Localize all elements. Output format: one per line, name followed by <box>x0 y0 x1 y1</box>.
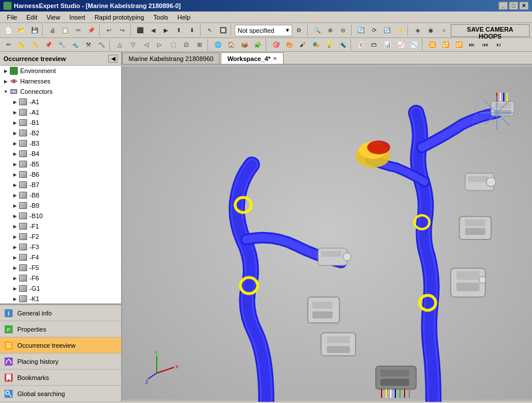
tree-node-connectors[interactable]: ▼ Connectors <box>0 86 121 97</box>
menu-edit[interactable]: Edit <box>22 13 42 22</box>
tree-node-F3[interactable]: ▶ -F3 <box>0 242 121 252</box>
new-button[interactable]: 📄 <box>2 24 14 37</box>
menu-view[interactable]: View <box>42 13 65 22</box>
viewport[interactable]: X Y Z <box>122 64 532 402</box>
tb-btn-8[interactable]: ⬆ <box>173 24 185 37</box>
tab-marine[interactable]: Marine Kabelstrang 21808960 <box>122 52 220 64</box>
tree-node-B10[interactable]: ▶ -B10 <box>0 211 121 221</box>
t2-btn-30[interactable]: 📉 <box>408 39 420 51</box>
tree-node-A1[interactable]: ▶ -A1 <box>0 107 121 117</box>
tb-btn-21[interactable]: ⟐ <box>437 24 450 37</box>
tree-node-B8[interactable]: ▶ -B8 <box>0 190 121 200</box>
tree-node-F5[interactable]: ▶ -F5 <box>0 263 121 273</box>
tb-btn-19[interactable]: ◈ <box>412 24 424 37</box>
tb-btn-9[interactable]: ⬇ <box>186 24 198 37</box>
t2-btn-21[interactable]: 🎨 <box>283 39 296 51</box>
t2-btn-19[interactable]: 🧩 <box>251 39 264 51</box>
panel-global-searching[interactable]: Global searching <box>0 386 121 402</box>
menu-rapid-proto[interactable]: Rapid prototyping <box>90 13 149 22</box>
t2-btn-22[interactable]: 🖌 <box>296 39 309 51</box>
select-button[interactable]: ↖ <box>204 24 216 37</box>
treeview-collapse-button[interactable]: ◀ <box>108 55 118 63</box>
menu-tools[interactable]: Tools <box>149 13 173 22</box>
tab-close-icon[interactable]: ✕ <box>273 56 277 62</box>
t2-btn-12[interactable]: ▷ <box>153 39 166 51</box>
tb-btn-6[interactable]: ◀ <box>147 24 159 37</box>
t2-btn-32[interactable]: 🔁 <box>439 39 452 51</box>
tree-node-A1[interactable]: ▶ -A1 <box>0 97 121 107</box>
tree-node-F4[interactable]: ▶ -F4 <box>0 252 121 263</box>
tree-node-B1[interactable]: ▶ -B1 <box>0 117 121 128</box>
t2-btn-1[interactable]: ✏ <box>2 39 15 51</box>
panel-properties[interactable]: P Properties <box>0 321 121 337</box>
t2-btn-15[interactable]: ⊞ <box>193 39 206 51</box>
close-button[interactable]: ✕ <box>519 2 529 10</box>
tree-node-B7[interactable]: ▶ -B7 <box>0 180 121 190</box>
t2-btn-10[interactable]: ▽ <box>127 39 139 51</box>
tree-node-F2[interactable]: ▶ -F2 <box>0 231 121 242</box>
tb-btn-3[interactable]: ✂ <box>72 24 84 37</box>
tree-node-G1[interactable]: ▶ -G1 <box>0 283 121 294</box>
t2-btn-8[interactable]: 🔨 <box>95 39 108 51</box>
t2-btn-11[interactable]: ◁ <box>140 39 153 51</box>
t2-btn-26[interactable]: 🃏 <box>354 39 367 51</box>
t2-btn-3[interactable]: 📏 <box>29 39 41 51</box>
tree-node-B2[interactable]: ▶ -B2 <box>0 128 121 138</box>
t2-btn-34[interactable]: ⏭ <box>466 39 478 51</box>
t2-btn-33[interactable]: 🔂 <box>452 39 465 51</box>
tb-btn-13[interactable]: ⊕ <box>324 24 336 37</box>
t2-btn-28[interactable]: 📊 <box>381 39 394 51</box>
maximize-button[interactable]: □ <box>509 2 518 10</box>
tb-btn-7[interactable]: ▶ <box>160 24 172 37</box>
t2-btn-2[interactable]: 📐 <box>16 39 28 51</box>
save-camera-button[interactable]: SAVE CAMERA HOOPS <box>451 24 530 37</box>
tb-btn-4[interactable]: 📌 <box>85 24 97 37</box>
t2-btn-18[interactable]: 📦 <box>238 39 251 51</box>
t2-btn-17[interactable]: 🏠 <box>225 39 237 51</box>
tree-node-B6[interactable]: ▶ -B6 <box>0 169 121 180</box>
t2-btn-14[interactable]: ⊡ <box>180 39 193 51</box>
t2-btn-29[interactable]: 📈 <box>394 39 407 51</box>
open-button[interactable]: 📂 <box>15 24 27 37</box>
undo-button[interactable]: ↩ <box>103 24 115 37</box>
panel-occurrence-treeview[interactable]: Occurrence treeview <box>0 337 121 353</box>
panel-placing-history[interactable]: Placing history <box>0 353 121 370</box>
tb-btn-12[interactable]: 🔍 <box>311 24 323 37</box>
tree-node-K1[interactable]: ▶ -K1 <box>0 294 121 304</box>
t2-btn-31[interactable]: 🔀 <box>426 39 439 51</box>
t2-btn-36[interactable]: ⏯ <box>492 39 505 51</box>
tree-node-B4[interactable]: ▶ -B4 <box>0 149 121 159</box>
tree-node-B5[interactable]: ▶ -B5 <box>0 159 121 169</box>
t2-btn-6[interactable]: 🔩 <box>69 39 81 51</box>
tree-content[interactable]: ▶ Environment ▶ Harnesses ▼ C <box>0 66 121 304</box>
tb-btn-16[interactable]: ⟳ <box>368 24 380 37</box>
panel-bookmarks[interactable]: Bookmarks <box>0 370 121 386</box>
tree-node-harnesses[interactable]: ▶ Harnesses <box>0 76 121 86</box>
tree-node-F1[interactable]: ▶ -F1 <box>0 221 121 231</box>
t2-btn-4[interactable]: 📌 <box>42 39 55 51</box>
spec-dropdown[interactable]: Not specified ▾ <box>235 25 292 36</box>
tb-btn-11[interactable]: ⚙ <box>293 24 305 37</box>
t2-btn-35[interactable]: ⏮ <box>479 39 492 51</box>
t2-btn-9[interactable]: △ <box>114 39 126 51</box>
print-button[interactable]: 🖨 <box>46 24 58 37</box>
t2-btn-5[interactable]: 🔧 <box>55 39 68 51</box>
t2-btn-7[interactable]: ⚒ <box>82 39 95 51</box>
minimize-button[interactable]: _ <box>499 2 508 10</box>
t2-btn-20[interactable]: 🎯 <box>270 39 282 51</box>
menu-help[interactable]: Help <box>173 13 195 22</box>
t2-btn-16[interactable]: 🌐 <box>212 39 224 51</box>
t2-btn-24[interactable]: 💡 <box>323 39 335 51</box>
panel-general-info[interactable]: i General info <box>0 305 121 321</box>
tb-btn-14[interactable]: ⊖ <box>337 24 349 37</box>
tab-workspace[interactable]: Workspace_4* ✕ <box>221 52 284 64</box>
window-controls[interactable]: _ □ ✕ <box>499 2 529 10</box>
menu-file[interactable]: File <box>2 13 22 22</box>
tb-btn-5[interactable]: ⬛ <box>134 24 146 37</box>
tree-node-B9[interactable]: ▶ -B9 <box>0 200 121 211</box>
t2-btn-13[interactable]: ⬚ <box>167 39 179 51</box>
tb-btn-17[interactable]: 🔃 <box>381 24 393 37</box>
menu-insert[interactable]: Insert <box>65 13 90 22</box>
t2-btn-23[interactable]: 🎭 <box>310 39 322 51</box>
redo-button[interactable]: ↪ <box>116 24 128 37</box>
